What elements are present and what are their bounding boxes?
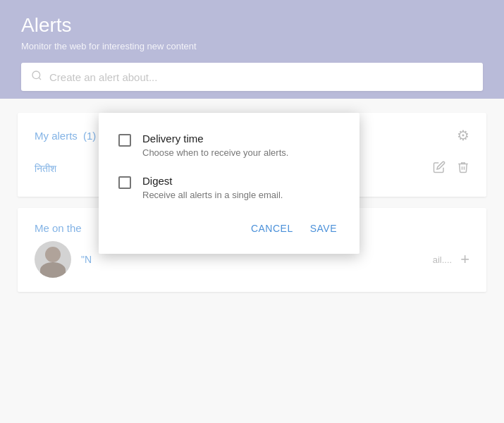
- settings-dialog: Delivery time Choose when to receive you…: [99, 113, 359, 254]
- delivery-time-option: Delivery time Choose when to receive you…: [118, 133, 340, 158]
- digest-checkbox[interactable]: [118, 176, 131, 189]
- delivery-time-desc: Choose when to receive your alerts.: [142, 147, 288, 158]
- save-button[interactable]: SAVE: [307, 217, 340, 240]
- digest-content: Digest Receive all alerts in a single em…: [142, 175, 283, 200]
- delivery-time-checkbox[interactable]: [118, 134, 131, 147]
- delivery-time-content: Delivery time Choose when to receive you…: [142, 133, 288, 158]
- cancel-button[interactable]: CANCEL: [248, 217, 296, 240]
- digest-title: Digest: [142, 175, 283, 187]
- digest-option: Digest Receive all alerts in a single em…: [118, 175, 340, 200]
- delivery-time-title: Delivery time: [142, 133, 288, 145]
- dialog-actions: CANCEL SAVE: [118, 217, 340, 240]
- digest-desc: Receive all alerts in a single email.: [142, 190, 283, 200]
